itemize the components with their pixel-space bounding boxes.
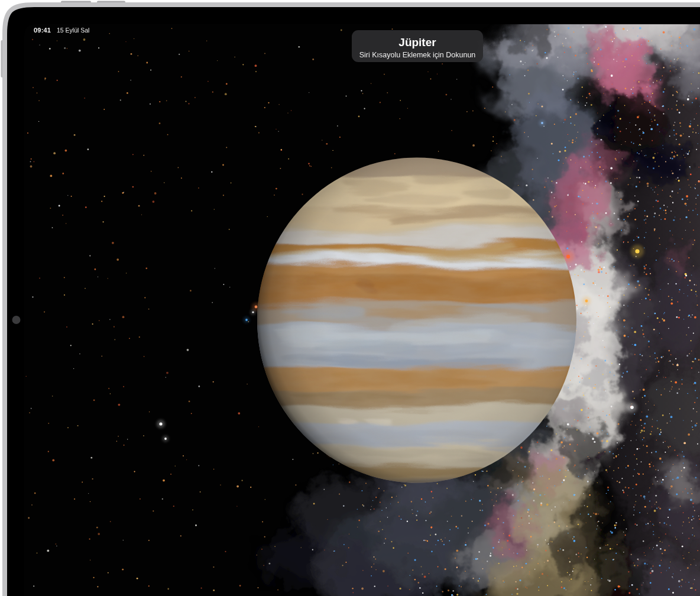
svg-text:Siri Kısayolu Eklemek için Dok: Siri Kısayolu Eklemek için Dokunun [359, 51, 476, 59]
svg-text:15 Eylül Sal: 15 Eylül Sal [57, 27, 89, 34]
svg-text:Jüpiter: Jüpiter [398, 36, 436, 48]
svg-text:09:41: 09:41 [34, 27, 51, 34]
